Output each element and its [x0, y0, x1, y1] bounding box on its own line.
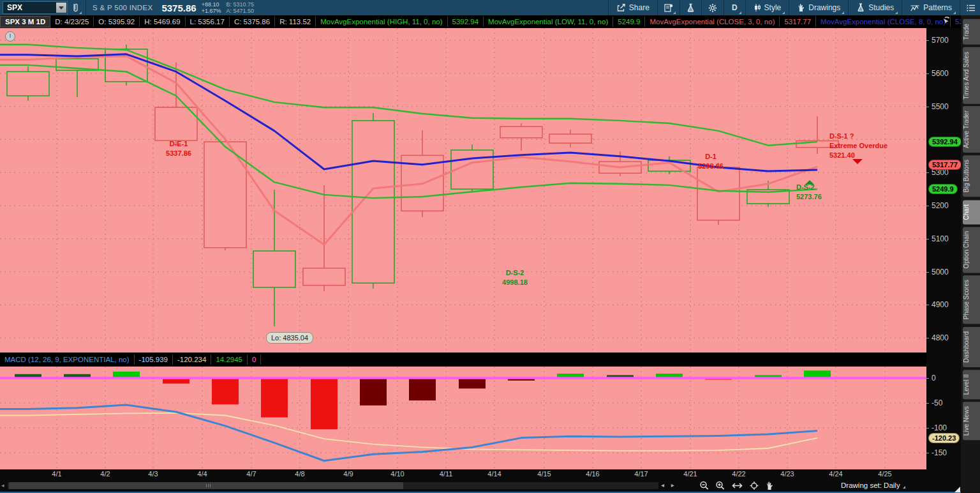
toolbar-divider: [724, 0, 724, 15]
ohlc-field: L: 5356.17: [186, 17, 230, 27]
timeframe-label: D: [732, 3, 738, 12]
study-label[interactable]: MovAvgExponential (HIGH, 11, 0, no): [316, 17, 447, 27]
expand-horizontal-icon[interactable]: [731, 481, 743, 490]
ohlc-field: C: 5375.86: [230, 17, 275, 27]
axis-tick: [926, 403, 929, 404]
macd-pane[interactable]: [0, 367, 926, 469]
axis-tick: [926, 428, 929, 429]
macd-study-label[interactable]: MACD (12, 26, 9, EXPONENTIAL, no): [0, 354, 135, 365]
chart-annotation: D-S-25273.76: [796, 183, 822, 202]
axis-tick: [926, 107, 929, 107]
macd-axis-label: -100: [932, 423, 947, 432]
price-axis-label: 4800: [932, 333, 949, 342]
chart-annotation: D-E-15337.86: [166, 139, 191, 158]
toolbar-divider: [960, 0, 960, 15]
drawings-button[interactable]: Drawings: [792, 0, 845, 15]
toolbar-divider: [848, 0, 849, 15]
paperclip-icon: [71, 3, 80, 13]
sidebar-tab-level-ii[interactable]: Level II: [963, 370, 980, 399]
instrument-name: S & P 500 INDEX: [93, 4, 152, 11]
date-axis-label: 4/25: [878, 470, 891, 478]
link-channel-button[interactable]: [68, 0, 83, 15]
study-label[interactable]: MovAvgExponential (CLOSE, 3, 0, no): [645, 17, 780, 27]
study-value: 5308.29: [951, 17, 961, 27]
analysis-tools-button[interactable]: [683, 0, 699, 15]
date-axis-label: 4/9: [343, 470, 353, 478]
timeframe-button[interactable]: D: [727, 0, 743, 15]
scrollbar-thumb[interactable]: [9, 482, 403, 489]
chart-nav-icons: [699, 481, 774, 490]
studies-button[interactable]: Studies: [851, 0, 899, 15]
menu-list-icon: [966, 4, 976, 12]
sidebar-tab-option-chain[interactable]: Option Chain: [963, 227, 980, 273]
chart-menu-button[interactable]: [963, 0, 979, 15]
settings-button[interactable]: [704, 0, 721, 15]
net-change: +88.10: [202, 1, 221, 8]
price-axis[interactable]: 5700560055005300520051005000490048005392…: [926, 28, 961, 480]
chart-info-icon[interactable]: !: [5, 31, 15, 42]
news-alerts-button[interactable]: [660, 0, 677, 15]
patterns-button[interactable]: Patterns: [905, 0, 957, 15]
toolbar-divider: [745, 0, 746, 15]
style-button[interactable]: Style: [748, 0, 787, 15]
drawing-set-label: Drawing set: Daily: [841, 482, 900, 489]
scroll-left-arrow[interactable]: ◂: [1, 482, 4, 489]
time-axis[interactable]: 4/14/24/34/44/74/84/94/104/114/144/154/1…: [0, 469, 961, 480]
chart-status-bar: SPX 3 M 1DD: 4/23/25O: 5395.92H: 5469.69…: [0, 15, 961, 28]
price-chart-pane[interactable]: ! D-E-15337.86D-S-24998.18D-15298.66D-S-…: [0, 28, 926, 353]
bottom-toolbar: ◂ ◂ ▸ Drawing set: Daily: [0, 480, 961, 492]
sidebar-tab-live-news[interactable]: Live News: [963, 402, 980, 440]
symbol-input[interactable]: SPX: [3, 1, 68, 14]
axis-tick: [926, 40, 929, 41]
bid-ask-block: B: 5310.75 A: 5471.50: [226, 1, 254, 14]
ohlc-field: O: 5395.92: [94, 17, 140, 27]
zoom-out-icon[interactable]: [699, 481, 709, 490]
gear-icon: [708, 3, 718, 13]
drawings-label: Drawings: [808, 3, 840, 12]
sidebar-tab-active-trader[interactable]: Active Trader: [963, 106, 980, 153]
sidebar-tab-trade[interactable]: Trade: [963, 19, 980, 45]
toolbar-divider: [657, 0, 658, 15]
chart-annotation: D-S-24998.18: [502, 268, 528, 287]
axis-tick: [926, 172, 929, 173]
sidebar-tab-chart[interactable]: Chart: [963, 200, 980, 224]
cursor-mode-icon[interactable]: [939, 16, 951, 26]
date-axis-label: 4/23: [780, 470, 794, 478]
share-button[interactable]: Share: [611, 0, 655, 15]
news-icon: [664, 3, 674, 13]
flask-icon: [686, 3, 695, 13]
symbol-dropdown-button[interactable]: [56, 3, 66, 13]
macd-values: -105.939-120.23414.29450: [135, 354, 262, 365]
hand-icon: [797, 3, 805, 12]
horizontal-scrollbar[interactable]: [8, 482, 658, 489]
drawing-set-selector[interactable]: Drawing set: Daily: [841, 482, 905, 489]
macd-readout-value: 14.2945: [211, 354, 248, 365]
sidebar-tab-big-buttons[interactable]: Big Buttons: [963, 155, 980, 197]
toolbar-divider: [679, 0, 680, 15]
sidebar-tab-dashboard[interactable]: Dashboard: [963, 327, 980, 367]
study-label[interactable]: MovAvgExponential (LOW, 11, 0, no): [484, 17, 613, 27]
axis-tick: [926, 378, 929, 379]
pan-arrows[interactable]: ◂ ▸: [661, 482, 677, 489]
macd-readout-value: 0: [248, 354, 261, 365]
axis-tick: [926, 338, 929, 338]
sidebar-tab-phase-scores[interactable]: Phase Scores: [963, 275, 980, 324]
sidebar-tab-times-and-sales[interactable]: Times And Sales: [963, 47, 980, 104]
crosshair-target-icon[interactable]: [749, 481, 759, 490]
axis-tick: [926, 453, 929, 453]
zoom-in-icon[interactable]: [715, 481, 725, 490]
candlestick-style-icon: [754, 3, 761, 12]
study-label[interactable]: MovAvgExponential (CLOSE, 8, 0, no): [816, 17, 951, 27]
low-price-bubble: Lo: 4835.04: [266, 332, 313, 344]
style-label: Style: [764, 3, 782, 12]
date-axis-label: 4/4: [197, 470, 207, 478]
macd-canvas: [0, 367, 926, 469]
axis-tick: [926, 206, 929, 206]
ohlc-field: D: 4/23/25: [50, 17, 94, 27]
resize-handle[interactable]: [954, 487, 960, 492]
macd-readout-value: -120.234: [173, 354, 211, 365]
patterns-label: Patterns: [923, 3, 952, 12]
chart-annotation: D-S-1 ?Extreme Overdue5321.40: [829, 132, 887, 160]
ask-value: A: 5471.50: [226, 8, 254, 14]
pan-hand-icon[interactable]: [765, 481, 774, 490]
